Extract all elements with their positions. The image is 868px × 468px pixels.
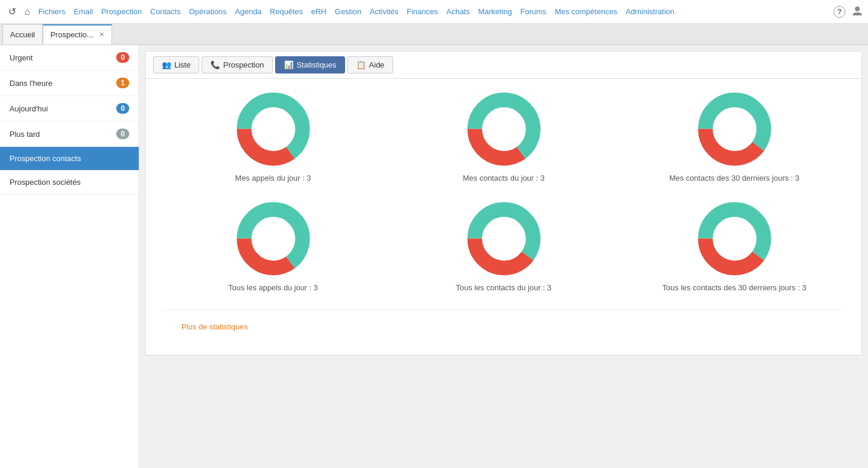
chart-mes-contacts-30j: Mes contacts des 30 derniers jours : 3 bbox=[625, 91, 844, 182]
more-stats-link[interactable]: Plus de statistiques bbox=[164, 322, 844, 343]
sidebar-badge-urgent: 0 bbox=[116, 52, 129, 63]
chart-mes-contacts-jour: Mes contacts du jour : 3 bbox=[394, 91, 613, 182]
tab-close-icon[interactable]: ✕ bbox=[99, 31, 104, 39]
nav-prospection[interactable]: Prospection bbox=[98, 7, 146, 16]
sidebar-item-prospection-contacts[interactable]: Prospection contacts bbox=[0, 147, 139, 171]
charts-row-1: Mes appels du jour : 3 Mes contacts du j… bbox=[164, 91, 844, 182]
nav-achats[interactable]: Achats bbox=[443, 7, 474, 16]
sidebar-label-aujourdhui: Aujourd'hui bbox=[9, 104, 48, 113]
chart-label-4: Tous les appels du jour : 3 bbox=[228, 283, 318, 292]
donut-svg-4 bbox=[235, 200, 312, 277]
content-panel: 👥 Liste 📞 Prospection 📊 Statistiques 📋 A… bbox=[145, 51, 862, 355]
chart-tous-contacts-jour: Tous les contacts du jour : 3 bbox=[394, 200, 613, 292]
nav-contacts[interactable]: Contacts bbox=[146, 7, 184, 16]
sidebar: Urgent 0 Dans l'heure 1 Aujourd'hui 0 Pl… bbox=[0, 45, 139, 468]
donut-svg-1 bbox=[235, 91, 312, 168]
sidebar-label-dans-lheure: Dans l'heure bbox=[9, 79, 53, 88]
nav-agenda[interactable]: Agenda bbox=[231, 7, 265, 16]
svg-point-9 bbox=[714, 109, 754, 149]
sidebar-label-prospection-contacts: Prospection contacts bbox=[9, 154, 81, 163]
sidebar-label-plus-tard: Plus tard bbox=[9, 130, 40, 139]
aide-icon: 📋 bbox=[356, 60, 366, 69]
sidebar-item-plus-tard[interactable]: Plus tard 0 bbox=[0, 121, 139, 147]
nav-erh[interactable]: eRH bbox=[308, 7, 330, 16]
sidebar-label-urgent: Urgent bbox=[9, 53, 33, 62]
sidebar-item-prospection-societes[interactable]: Prospection sociétés bbox=[0, 171, 139, 194]
svg-point-0 bbox=[855, 7, 860, 11]
svg-point-15 bbox=[483, 219, 524, 259]
tab-accueil[interactable]: Accueil bbox=[2, 24, 43, 44]
donut-svg-3 bbox=[696, 91, 773, 168]
donut-svg-6 bbox=[696, 200, 773, 277]
nav-gestion[interactable]: Gestion bbox=[331, 7, 365, 16]
sidebar-item-urgent[interactable]: Urgent 0 bbox=[0, 45, 139, 70]
liste-icon: 👥 bbox=[162, 60, 171, 69]
nav-mes-competences[interactable]: Mes compétences bbox=[551, 7, 621, 16]
btn-aide[interactable]: 📋 Aide bbox=[347, 56, 393, 73]
svg-point-6 bbox=[483, 109, 524, 149]
sidebar-label-prospection-societes: Prospection sociétés bbox=[9, 178, 81, 187]
chart-tous-appels-jour: Tous les appels du jour : 3 bbox=[164, 200, 382, 292]
prospection-icon: 📞 bbox=[210, 60, 220, 69]
chart-divider bbox=[164, 310, 844, 310]
btn-liste[interactable]: 👥 Liste bbox=[153, 56, 199, 73]
history-icon[interactable]: ↺ bbox=[5, 6, 20, 17]
tab-prospection[interactable]: Prospectio... ✕ bbox=[43, 24, 112, 44]
nav-email[interactable]: Email bbox=[70, 7, 97, 16]
statistiques-icon: 📊 bbox=[284, 60, 293, 69]
nav-activites[interactable]: Activités bbox=[366, 7, 402, 16]
sidebar-badge-aujourdhui: 0 bbox=[116, 103, 129, 114]
sidebar-item-aujourdhui[interactable]: Aujourd'hui 0 bbox=[0, 96, 139, 121]
svg-point-18 bbox=[714, 219, 754, 259]
chart-tous-contacts-30j: Tous les contacts des 30 derniers jours … bbox=[625, 200, 844, 292]
svg-point-12 bbox=[253, 219, 293, 259]
nav-fichiers[interactable]: Fichiers bbox=[35, 7, 69, 16]
sidebar-item-dans-lheure[interactable]: Dans l'heure 1 bbox=[0, 70, 139, 96]
charts-area: Mes appels du jour : 3 Mes contacts du j… bbox=[146, 79, 861, 355]
chart-label-5: Tous les contacts du jour : 3 bbox=[456, 283, 551, 292]
nav-marketing[interactable]: Marketing bbox=[474, 7, 515, 16]
top-navigation: ↺ ⌂ Fichiers Email Prospection Contacts … bbox=[0, 0, 868, 24]
topnav-right: ? bbox=[834, 5, 863, 19]
nav-operations[interactable]: Opérations bbox=[186, 7, 231, 16]
charts-row-2: Tous les appels du jour : 3 Tous les con… bbox=[164, 200, 844, 292]
action-bar: 👥 Liste 📞 Prospection 📊 Statistiques 📋 A… bbox=[146, 52, 861, 79]
svg-point-3 bbox=[253, 109, 293, 149]
help-icon[interactable]: ? bbox=[834, 6, 845, 18]
chart-label-1: Mes appels du jour : 3 bbox=[235, 174, 311, 182]
btn-liste-label: Liste bbox=[174, 60, 190, 69]
main-layout: Urgent 0 Dans l'heure 1 Aujourd'hui 0 Pl… bbox=[0, 45, 868, 468]
btn-statistiques-label: Statistiques bbox=[296, 60, 336, 69]
nav-finances[interactable]: Finances bbox=[403, 7, 442, 16]
chart-label-6: Tous les contacts des 30 derniers jours … bbox=[662, 283, 806, 292]
sidebar-badge-dans-lheure: 1 bbox=[116, 78, 129, 88]
donut-svg-2 bbox=[465, 91, 542, 168]
nav-administration[interactable]: Administration bbox=[622, 7, 678, 16]
sidebar-badge-plus-tard: 0 bbox=[116, 129, 129, 139]
chart-label-3: Mes contacts des 30 derniers jours : 3 bbox=[669, 174, 800, 182]
btn-statistiques[interactable]: 📊 Statistiques bbox=[275, 56, 345, 73]
user-icon[interactable] bbox=[851, 5, 863, 19]
tab-prospection-label: Prospectio... bbox=[50, 30, 93, 39]
tab-accueil-label: Accueil bbox=[10, 30, 35, 39]
btn-aide-label: Aide bbox=[369, 60, 384, 69]
home-icon[interactable]: ⌂ bbox=[21, 7, 34, 17]
chart-mes-appels-jour: Mes appels du jour : 3 bbox=[164, 91, 382, 182]
btn-prospection[interactable]: 📞 Prospection bbox=[202, 56, 273, 73]
nav-requetes[interactable]: Requêtes bbox=[266, 7, 307, 16]
donut-svg-5 bbox=[465, 200, 542, 277]
nav-forums[interactable]: Forums bbox=[517, 7, 550, 16]
content-area: 👥 Liste 📞 Prospection 📊 Statistiques 📋 A… bbox=[139, 45, 868, 468]
btn-prospection-label: Prospection bbox=[223, 60, 264, 69]
tab-bar: Accueil Prospectio... ✕ bbox=[0, 24, 868, 45]
chart-label-2: Mes contacts du jour : 3 bbox=[462, 174, 544, 182]
